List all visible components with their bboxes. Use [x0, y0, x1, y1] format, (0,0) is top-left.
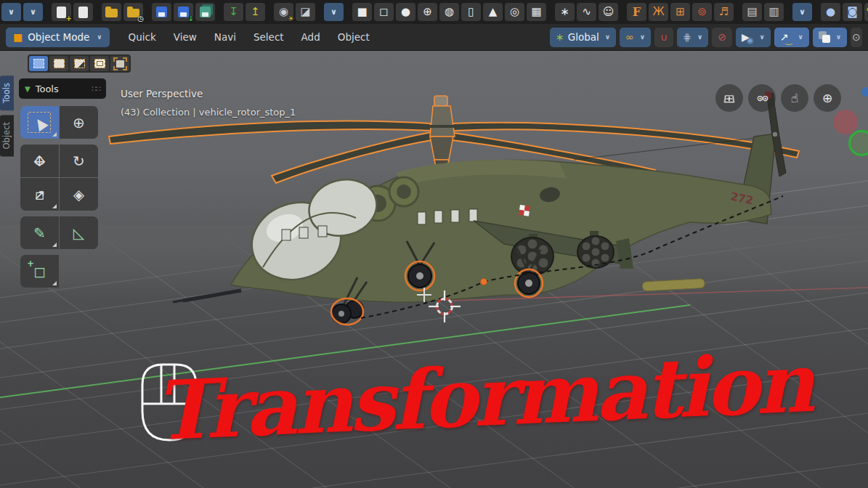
curve-button[interactable]: ∿ [577, 3, 596, 21]
proportional-editing-button-icon: ⊘ [718, 32, 726, 42]
movie-camera-icon: ⊚ [697, 7, 707, 17]
tool-rotate[interactable]: ↻ [60, 145, 98, 177]
mesh-cone-button[interactable]: ▲ [483, 3, 503, 21]
tool-move[interactable]: ↔↕ [20, 145, 59, 177]
proportional-editing-button[interactable]: ⊘ [712, 28, 732, 47]
metaball-cube-button[interactable]: ◙ [843, 3, 862, 21]
tool-annotate[interactable]: ✎ [20, 216, 59, 249]
metaball-button[interactable]: ● [821, 3, 840, 21]
render-image-button[interactable]: ◉☀ [274, 3, 293, 21]
mesh-uvsphere-button[interactable]: ⊕ [418, 3, 437, 21]
mesh-grid-button[interactable]: ▦ [527, 3, 546, 21]
pivot-point-button[interactable]: ∞∨ [620, 28, 651, 47]
menu-select[interactable]: Select [245, 31, 293, 43]
mesh-plane-button[interactable]: ■ [352, 3, 372, 21]
file-new-button[interactable]: + [52, 3, 71, 21]
antenna-wire [574, 138, 755, 160]
tool-cursor[interactable]: ⊕ [60, 106, 98, 139]
tool-select-box[interactable]: ▲ [20, 106, 59, 139]
workspace-dropdown[interactable]: ∨ [23, 3, 43, 21]
mesh-cube-button[interactable]: ◻ [374, 3, 394, 21]
pan-hand-button[interactable]: ☝ [781, 84, 808, 112]
snap-target-button[interactable]: ⋕∨ [677, 28, 708, 47]
text-object-button[interactable]: F [627, 3, 646, 21]
zoom-button[interactable]: ⊕ [814, 84, 841, 112]
view-grid-button[interactable]: ⊞ [715, 84, 743, 112]
monkey-suzanne-button[interactable]: ☺ [599, 3, 618, 21]
camera-view-button[interactable]: ⊙⊙ [748, 84, 776, 112]
select-visibility-button[interactable]: ▶◉∨ [736, 28, 771, 47]
movie-camera-button[interactable]: ⊚ [692, 3, 712, 21]
menu-navi[interactable]: Navi [206, 31, 245, 43]
select-mode-invert[interactable] [90, 56, 109, 71]
curve-icon: ∿ [582, 7, 591, 17]
select-visibility-button-icon-2: ◉ [747, 36, 754, 44]
gizmo-z-axis-dot[interactable] [861, 87, 868, 97]
transform-orientation-button[interactable]: ∗Global∨ [550, 28, 616, 47]
tab-tools[interactable]: Tools [0, 76, 14, 110]
recent-files-button[interactable]: ◷ [123, 3, 143, 21]
select-mode-extend[interactable] [49, 56, 68, 71]
tool-add-cube-badge: + [27, 259, 34, 269]
file-blank-button[interactable] [73, 3, 93, 21]
viewport-display-button[interactable]: ∨ [813, 28, 847, 47]
viewport-3d[interactable]: 272 [0, 51, 868, 488]
file-blank-icon [78, 7, 88, 18]
active-object-breadcrumb: (43) Collection | vehicle_rotor_stop_1 [121, 104, 296, 122]
toolbar-tools: ▲⊕↔↕↻↗▫◈✎◺◻+ [20, 106, 99, 293]
tools-panel-title: Tools [36, 84, 59, 94]
menu-add[interactable]: Add [293, 31, 329, 43]
sidebar-tabs: Tools Object [0, 76, 14, 157]
empty-axes-button[interactable]: ∗ [555, 3, 575, 21]
image-dropdown[interactable]: ∨ [792, 3, 812, 21]
tab-object[interactable]: Object [0, 115, 14, 156]
camera-view-icon: ⊙⊙ [757, 94, 767, 103]
select-mode-intersect[interactable] [110, 56, 129, 71]
armature-button[interactable]: Ж [649, 3, 668, 21]
gizmo-x-axis-ball[interactable] [833, 110, 858, 134]
save-copy-button[interactable] [195, 3, 215, 21]
mesh-torus-icon: ◎ [510, 7, 519, 17]
import-button[interactable]: ↧ [224, 3, 243, 21]
mesh-circle-button[interactable]: ● [396, 3, 415, 21]
tool-cursor-icon: ⊕ [73, 114, 85, 131]
add-primitive-dropdown[interactable]: ∨ [324, 3, 344, 21]
menu-quick[interactable]: Quick [120, 31, 165, 43]
paint-tool-button[interactable]: ✎∨ [864, 3, 868, 21]
mesh-cylinder-button[interactable]: ▯ [461, 3, 481, 21]
blender-window: ∨∨+◷↓↧↥◉☀◪∨■◻●⊕◍▯▲◎▦∗∿☺FЖ⊞⊚♬▤▥∨●◙✎∨∨↖✓↻✓… [0, 0, 868, 488]
mesh-icosphere-button[interactable]: ◍ [439, 3, 459, 21]
speaker-button[interactable]: ♬ [714, 3, 734, 21]
tool-scale-icon-2: ▫ [35, 186, 45, 203]
export-button[interactable]: ↥ [246, 3, 265, 21]
save-increment-button[interactable]: ↓ [174, 3, 193, 21]
viewport-info-text: User Perspective (43) Collection | vehic… [121, 85, 296, 121]
tools-panel-header[interactable]: ▼ Tools ∷∷ [19, 78, 106, 99]
tool-transform[interactable]: ◈ [60, 178, 98, 211]
chevron-down-icon: ∨ [640, 33, 645, 41]
menu-object[interactable]: Object [329, 31, 378, 43]
metaball-icon: ● [826, 7, 835, 17]
object-origin-dot[interactable] [481, 279, 487, 285]
reference-image-button[interactable]: ▤ [742, 3, 762, 21]
gizmo-partial-button[interactable]: ⊙ [851, 28, 862, 47]
tool-add-cube[interactable]: ◻+ [20, 255, 59, 288]
tool-add-cube-icon: ◻ [33, 263, 46, 280]
image-dropdown: ∨ [799, 8, 806, 16]
menu-view[interactable]: View [165, 31, 206, 43]
render-animation-button[interactable]: ◪ [296, 3, 315, 21]
falloff-button[interactable]: ↗‿∨ [774, 28, 809, 47]
tool-scale[interactable]: ↗▫ [20, 178, 59, 211]
save-button[interactable] [152, 3, 171, 21]
select-mode-subtract[interactable] [70, 56, 89, 71]
lattice-button[interactable]: ⊞ [670, 3, 690, 21]
mode-selector[interactable]: ■ Object Mode ∨ [6, 28, 110, 47]
tool-measure[interactable]: ◺ [60, 216, 98, 249]
snap-magnet-button[interactable]: ∪ [654, 28, 673, 47]
select-mode-intersect-icon [116, 60, 124, 68]
background-image-button[interactable]: ▥ [764, 3, 784, 21]
mesh-torus-button[interactable]: ◎ [505, 3, 524, 21]
select-mode-set[interactable] [29, 56, 48, 71]
folder-open-button[interactable] [102, 3, 121, 21]
editor-type-dropdown[interactable]: ∨ [1, 3, 21, 21]
